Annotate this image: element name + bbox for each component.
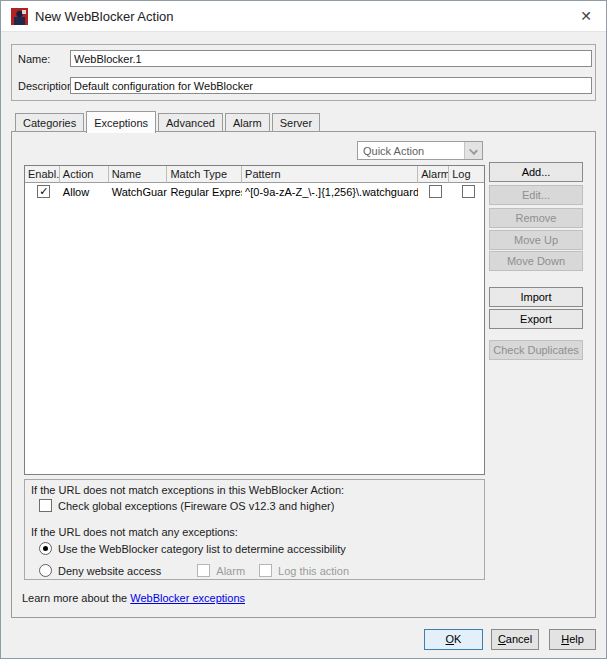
col-header-action[interactable]: Action <box>60 166 109 183</box>
category-list-label: Use the WebBlocker category list to dete… <box>58 543 346 555</box>
window-title: New WebBlocker Action <box>35 9 174 24</box>
import-button[interactable]: Import <box>489 287 583 307</box>
col-header-pattern[interactable]: Pattern <box>242 166 418 183</box>
title-bar: New WebBlocker Action ✕ <box>1 1 606 32</box>
row-action-cell: Allow <box>60 186 109 198</box>
learn-more-line: Learn more about the WebBlocker exceptio… <box>22 592 245 604</box>
name-label: Name: <box>18 53 50 65</box>
exceptions-table[interactable]: Enabl... Action Name Match Type Pattern … <box>24 165 485 475</box>
row-pattern-cell: ^[0-9a-zA-Z_\-.]{1,256}\.watchguard\.c..… <box>242 186 418 198</box>
tab-advanced[interactable]: Advanced <box>158 113 223 132</box>
deny-alarm-label: Alarm <box>216 565 245 577</box>
tab-exceptions[interactable]: Exceptions <box>86 111 156 133</box>
learn-more-prefix: Learn more about the <box>22 592 130 604</box>
dropdown-button[interactable] <box>464 142 482 159</box>
name-field[interactable] <box>70 50 592 67</box>
remove-button: Remove <box>489 208 583 228</box>
deny-access-radio[interactable] <box>39 564 52 577</box>
help-button[interactable]: Help <box>549 629 596 650</box>
chevron-down-icon <box>469 146 478 155</box>
no-match-any-heading: If the URL does not match any exceptions… <box>31 526 238 538</box>
webblocker-exceptions-link[interactable]: WebBlocker exceptions <box>130 592 245 604</box>
close-icon[interactable]: ✕ <box>572 4 600 28</box>
dialog-new-webblocker-action: New WebBlocker Action ✕ Name: Descriptio… <box>0 0 607 659</box>
ok-button[interactable]: OK <box>424 629 483 650</box>
tab-alarm[interactable]: Alarm <box>225 113 270 132</box>
tab-categories[interactable]: Categories <box>15 113 84 132</box>
move-up-button: Move Up <box>489 230 583 250</box>
global-exceptions-label: Check global exceptions (Fireware OS v12… <box>58 500 334 512</box>
deny-access-option[interactable]: Deny website access Alarm Log this actio… <box>39 564 349 577</box>
identity-groupbox: Name: Description: <box>11 44 596 101</box>
tab-server[interactable]: Server <box>272 113 320 132</box>
cancel-button[interactable]: Cancel <box>491 629 539 650</box>
deny-alarm-checkbox <box>197 564 210 577</box>
row-enabled-checkbox[interactable]: ✓ <box>37 185 50 198</box>
col-header-log[interactable]: Log <box>449 166 484 183</box>
url-options-groupbox: If the URL does not match exceptions in … <box>24 479 485 580</box>
check-duplicates-button: Check Duplicates <box>489 340 583 360</box>
exceptions-tab-panel: Quick Action Enabl... Action Name Match … <box>11 131 596 618</box>
watchguard-app-icon <box>11 8 28 25</box>
row-match-type-cell: Regular Expres... <box>167 186 242 198</box>
move-down-button: Move Down <box>489 251 583 271</box>
row-name-cell: WatchGuard <box>109 186 168 198</box>
add-button[interactable]: Add... <box>489 162 583 182</box>
table-row[interactable]: ✓ Allow WatchGuard Regular Expres... ^[0… <box>25 183 484 200</box>
no-match-action-heading: If the URL does not match exceptions in … <box>31 484 344 496</box>
global-exceptions-checkbox[interactable] <box>39 499 52 512</box>
global-exceptions-option[interactable]: Check global exceptions (Fireware OS v12… <box>39 499 334 512</box>
description-label: Description: <box>18 80 76 92</box>
row-log-checkbox[interactable] <box>462 185 475 198</box>
category-list-option[interactable]: Use the WebBlocker category list to dete… <box>39 542 346 555</box>
deny-access-label: Deny website access <box>58 565 161 577</box>
quick-action-dropdown[interactable]: Quick Action <box>357 141 483 160</box>
deny-log-label: Log this action <box>278 565 349 577</box>
col-header-match-type[interactable]: Match Type <box>167 166 242 183</box>
quick-action-selected-value: Quick Action <box>363 145 424 157</box>
tab-strip: Categories Exceptions Advanced Alarm Ser… <box>15 110 322 132</box>
col-header-name[interactable]: Name <box>109 166 168 183</box>
edit-button: Edit... <box>489 185 583 205</box>
export-button[interactable]: Export <box>489 309 583 329</box>
deny-log-checkbox <box>259 564 272 577</box>
table-header-row: Enabl... Action Name Match Type Pattern … <box>25 166 484 183</box>
category-list-radio[interactable] <box>39 542 52 555</box>
col-header-enabled[interactable]: Enabl... <box>25 166 60 183</box>
description-field[interactable] <box>70 77 592 94</box>
col-header-alarm[interactable]: Alarm <box>418 166 449 183</box>
row-alarm-checkbox[interactable] <box>429 185 442 198</box>
